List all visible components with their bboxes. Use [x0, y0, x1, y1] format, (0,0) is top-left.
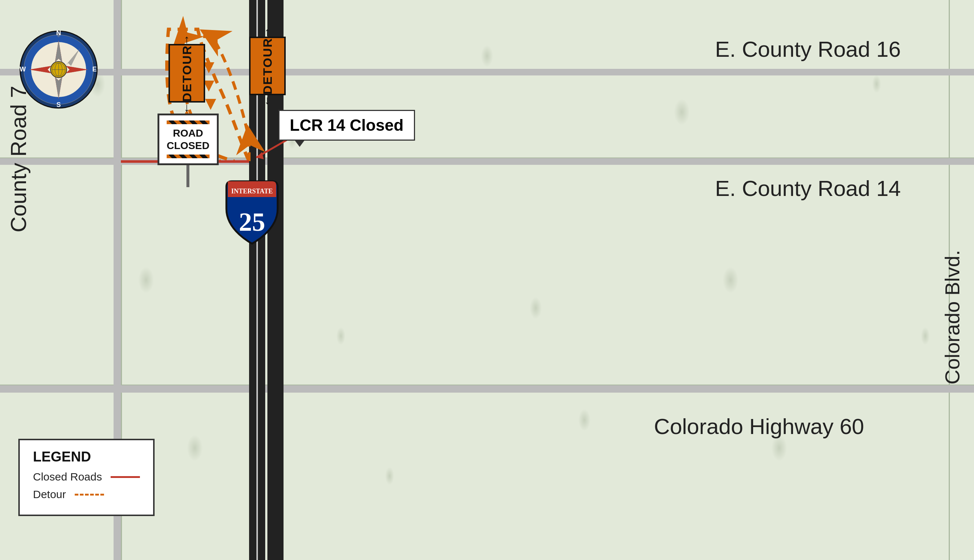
detour-sign-1-arrow-down: ↓ [184, 102, 190, 113]
lcr-closed-label: LCR 14 Closed [279, 110, 415, 141]
svg-text:S: S [57, 101, 61, 108]
legend-title: LEGEND [33, 449, 140, 465]
detour-sign-1-arrow-up: ↑ [184, 33, 190, 45]
map-container: E. County Road 16 E. County Road 14 Colo… [0, 0, 974, 560]
compass-rose: ⚜ N S E W [18, 29, 99, 110]
sign-stripe-top [167, 120, 210, 124]
svg-text:25: 25 [239, 207, 265, 237]
svg-text:E: E [92, 65, 97, 73]
road-closed-text: ROADCLOSED [167, 127, 210, 152]
detour-sign-2-arrow-up: ↑ [265, 26, 270, 38]
road-closed-sign-post [187, 165, 189, 187]
legend-box: LEGEND Closed Roads Detour [18, 439, 155, 516]
sign-stripe-bottom [167, 155, 210, 158]
i25-shield: INTERSTATE 25 [223, 180, 281, 247]
svg-text:N: N [57, 29, 61, 37]
road-closed-sign-board: ROADCLOSED [157, 113, 218, 165]
legend-detour-label: Detour [33, 488, 66, 501]
legend-detour: Detour [33, 488, 140, 501]
detour-sign-2-arrow-down: ↓ [265, 94, 270, 106]
legend-closed-roads-line [111, 476, 140, 478]
svg-text:INTERSTATE: INTERSTATE [231, 188, 272, 195]
road-closed-sign: ROADCLOSED [157, 113, 218, 187]
legend-detour-line [75, 494, 104, 495]
detour-sign-2-text: DETOUR [260, 38, 275, 95]
svg-text:W: W [20, 65, 26, 73]
legend-closed-roads-label: Closed Roads [33, 471, 102, 483]
detour-sign-1: ↑ DETOUR ↓ [168, 44, 205, 103]
detour-sign-1-text: DETOUR [180, 45, 194, 102]
detour-sign-2: ↑ DETOUR ↓ [249, 37, 286, 95]
legend-closed-roads: Closed Roads [33, 471, 140, 483]
